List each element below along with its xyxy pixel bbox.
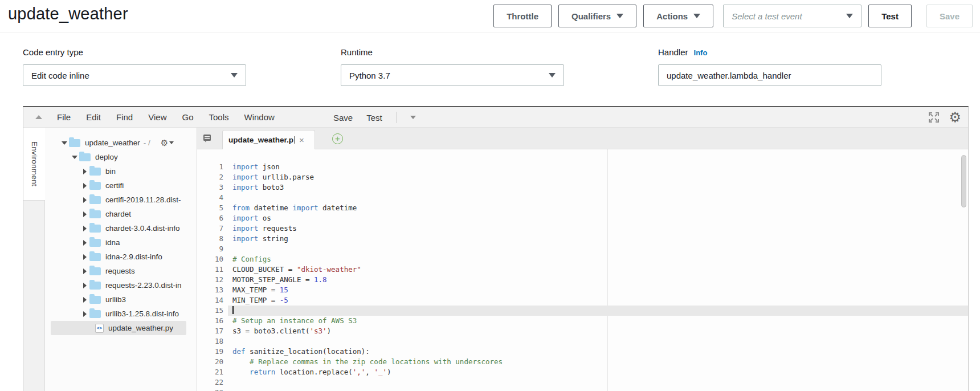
- tree-folder-chardet-3-0-4-dist-info[interactable]: chardet-3.0.4.dist-info: [45, 221, 197, 235]
- tree-settings-gear-icon[interactable]: ⚙: [161, 138, 174, 148]
- line-number: 5: [197, 203, 228, 213]
- code-editing-area[interactable]: 1import json2import urllib.parse3import …: [197, 149, 968, 391]
- tree-folder-idna-2-9-dist-info[interactable]: idna-2.9.dist-info: [45, 250, 197, 264]
- chevron-collapsed-icon[interactable]: [80, 240, 89, 246]
- tree-folder-update-weather[interactable]: update_weather- /⚙: [45, 136, 197, 150]
- tree-folder-certifi[interactable]: certifi: [45, 178, 197, 193]
- handler-input[interactable]: update_weather.lambda_handler: [658, 64, 881, 86]
- code-line-6[interactable]: 6import os: [197, 213, 968, 223]
- test-event-placeholder: Select a test event: [732, 11, 802, 21]
- test-options-caret-icon[interactable]: [410, 116, 416, 119]
- code-line-text: MIN_TEMP = -5: [228, 295, 968, 306]
- tree-folder-certifi-2019-11-28-dist-[interactable]: certifi-2019.11.28.dist-: [45, 193, 197, 207]
- code-line-2[interactable]: 2import urllib.parse: [197, 172, 968, 182]
- editor-settings-gear-icon[interactable]: ⚙: [949, 111, 961, 124]
- chevron-collapsed-icon[interactable]: [80, 268, 89, 274]
- menu-edit[interactable]: Edit: [86, 112, 101, 122]
- tree-folder-deploy[interactable]: deploy: [45, 150, 197, 164]
- code-line-7[interactable]: 7import requests: [197, 223, 968, 234]
- code-line-22[interactable]: 22: [197, 377, 968, 388]
- code-line-16[interactable]: 16# Setup an instance of AWS S3: [197, 316, 968, 326]
- folder-icon: [89, 239, 101, 247]
- tree-item-label: bin: [105, 167, 116, 176]
- qualifiers-button[interactable]: Qualifiers: [558, 5, 636, 27]
- tree-folder-requests[interactable]: requests: [45, 264, 197, 278]
- tab-update-weather-py[interactable]: update_weather.p ×: [222, 130, 315, 149]
- tree-folder-urllib3-1-25-8-dist-info[interactable]: urllib3-1.25.8.dist-info: [45, 307, 197, 321]
- test-button[interactable]: Test: [868, 5, 912, 27]
- code-line-11[interactable]: 11CLOUD_BUCKET = "dkiot-weather": [197, 264, 968, 275]
- chevron-collapsed-icon[interactable]: [80, 197, 89, 203]
- line-number: 1: [197, 162, 228, 172]
- chevron-expanded-icon[interactable]: [60, 141, 69, 145]
- code-line-21[interactable]: 21 return location.replace(',', '_'): [197, 367, 968, 377]
- code-line-8[interactable]: 8import string: [197, 234, 968, 244]
- menu-file[interactable]: File: [57, 112, 71, 122]
- environment-tab[interactable]: Environment: [23, 128, 45, 201]
- code-line-text: [228, 306, 968, 316]
- code-line-9[interactable]: 9: [197, 244, 968, 254]
- editor-test-menu[interactable]: Test: [366, 113, 382, 123]
- file-tree-panel: update_weather- /⚙deploybincertificertif…: [45, 128, 197, 391]
- chevron-collapsed-icon[interactable]: [80, 254, 89, 260]
- tree-file-update-weather-py[interactable]: <>update_weather.py: [51, 321, 186, 335]
- code-line-14[interactable]: 14MIN_TEMP = -5: [197, 295, 968, 306]
- actions-button[interactable]: Actions: [643, 5, 713, 27]
- code-entry-type-select[interactable]: Edit code inline: [23, 64, 246, 86]
- code-line-5[interactable]: 5from datetime import datetime: [197, 203, 968, 213]
- tree-folder-urllib3[interactable]: urllib3: [45, 292, 197, 307]
- chevron-collapsed-icon[interactable]: [80, 183, 89, 189]
- code-line-15[interactable]: 15: [197, 306, 968, 316]
- runtime-label: Runtime: [341, 47, 564, 57]
- runtime-select[interactable]: Python 3.7: [341, 64, 564, 86]
- chevron-expanded-icon[interactable]: [70, 156, 79, 159]
- tab-close-icon[interactable]: ×: [299, 136, 304, 144]
- new-tab-button[interactable]: +: [332, 133, 343, 144]
- chevron-collapsed-icon[interactable]: [80, 283, 89, 288]
- chevron-collapsed-icon[interactable]: [80, 297, 89, 303]
- chevron-collapsed-icon[interactable]: [80, 169, 89, 174]
- code-line-text: CLOUD_BUCKET = "dkiot-weather": [228, 264, 968, 275]
- code-line-17[interactable]: 17s3 = boto3.client('s3'): [197, 326, 968, 336]
- tree-folder-bin[interactable]: bin: [45, 164, 197, 178]
- chevron-down-icon: [846, 14, 853, 18]
- tree-item-label: chardet-3.0.4.dist-info: [105, 224, 180, 233]
- handler-info-link[interactable]: Info: [694, 48, 708, 57]
- tab-list-icon[interactable]: [202, 133, 213, 144]
- menu-window[interactable]: Window: [244, 112, 275, 122]
- code-line-4[interactable]: 4: [197, 193, 968, 203]
- code-file-icon: <>: [95, 324, 104, 333]
- menu-tools[interactable]: Tools: [209, 112, 228, 122]
- tab-text-cursor: [294, 136, 295, 144]
- fullscreen-icon[interactable]: [928, 111, 940, 124]
- code-line-1[interactable]: 1import json: [197, 162, 968, 172]
- code-line-23[interactable]: 23: [197, 388, 968, 391]
- folder-icon: [89, 210, 101, 218]
- tree-folder-idna[interactable]: idna: [45, 235, 197, 250]
- editor-save-menu[interactable]: Save: [333, 113, 353, 123]
- code-line-12[interactable]: 12MOTOR_STEP_ANGLE = 1.8: [197, 275, 968, 285]
- chevron-collapsed-icon[interactable]: [80, 211, 89, 217]
- line-number: 2: [197, 172, 228, 182]
- tree-folder-requests-2-23-0-dist-in[interactable]: requests-2.23.0.dist-in: [45, 278, 197, 292]
- throttle-button[interactable]: Throttle: [493, 5, 552, 27]
- chevron-down-icon: [549, 73, 556, 78]
- code-line-13[interactable]: 13MAX_TEMP = 15: [197, 285, 968, 295]
- tree-folder-chardet[interactable]: chardet: [45, 207, 197, 221]
- menu-go[interactable]: Go: [182, 112, 193, 122]
- chevron-collapsed-icon[interactable]: [80, 311, 89, 317]
- menu-view[interactable]: View: [148, 112, 166, 122]
- folder-icon: [89, 168, 101, 176]
- code-line-19[interactable]: 19def sanitize_location(location):: [197, 347, 968, 357]
- save-button[interactable]: Save: [926, 5, 973, 27]
- code-line-18[interactable]: 18: [197, 336, 968, 347]
- test-event-select[interactable]: Select a test event: [723, 5, 861, 27]
- code-line-10[interactable]: 10# Configs: [197, 254, 968, 264]
- menu-find[interactable]: Find: [116, 112, 133, 122]
- tab-label: update_weather.p: [228, 136, 293, 144]
- chevron-collapsed-icon[interactable]: [80, 226, 89, 231]
- code-line-3[interactable]: 3import boto3: [197, 182, 968, 193]
- code-line-20[interactable]: 20 # Replace commas in the zip code loca…: [197, 357, 968, 367]
- code-line-text: MAX_TEMP = 15: [228, 285, 968, 295]
- collapse-panel-icon[interactable]: [35, 115, 42, 119]
